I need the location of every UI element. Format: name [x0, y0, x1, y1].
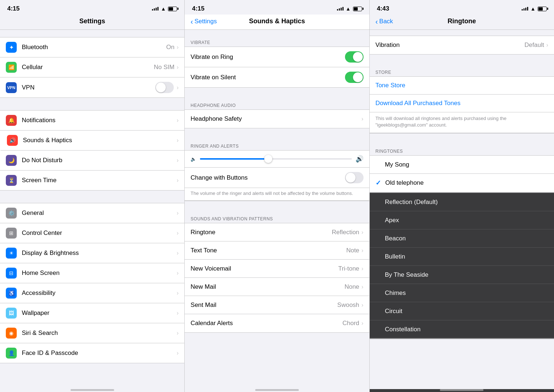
apex-row[interactable]: Apex	[370, 211, 554, 229]
sent-mail-row[interactable]: Sent Mail Swoosh ›	[185, 296, 369, 314]
connectivity-group: ✦ Bluetooth On › 📶 Cellular No SIM › VPN…	[0, 37, 184, 98]
my-song-row[interactable]: My Song	[370, 156, 554, 174]
display-brightness-row[interactable]: ☀ Display & Brightness ›	[0, 243, 184, 263]
text-tone-label: Text Tone	[190, 247, 346, 254]
bluetooth-row[interactable]: ✦ Bluetooth On ›	[0, 37, 184, 57]
reflection-row[interactable]: Reflection (Default)	[370, 193, 554, 211]
notifications-row[interactable]: 🔔 Notifications ›	[0, 111, 184, 131]
volume-slider-row[interactable]: 🔈 🔊	[185, 151, 369, 168]
status-icons-3: ▲	[522, 6, 547, 12]
wallpaper-label: Wallpaper	[22, 309, 177, 317]
signal-icon-2	[337, 7, 344, 11]
ringtones-section-label: RINGTONES	[370, 146, 554, 155]
download-all-link: Download All Purchased Tones	[376, 100, 461, 107]
notifications-label: Notifications	[22, 117, 177, 124]
wallpaper-row[interactable]: 🖼 Wallpaper ›	[0, 303, 184, 323]
nav-header-1: Settings	[0, 15, 184, 30]
vibration-chevron: ›	[546, 42, 548, 48]
new-mail-chevron: ›	[361, 284, 363, 290]
headphone-safety-row[interactable]: Headphone Safety ›	[185, 110, 369, 128]
download-all-row[interactable]: Download All Purchased Tones	[370, 95, 554, 112]
constellation-label: Constellation	[385, 326, 548, 333]
siri-search-row[interactable]: ◉ Siri & Search ›	[0, 323, 184, 343]
change-with-buttons-row[interactable]: Change with Buttons	[185, 168, 369, 188]
vibration-row[interactable]: Vibration Default ›	[370, 36, 554, 54]
volume-high-icon: 🔊	[356, 155, 364, 163]
vpn-row[interactable]: VPN VPN ›	[0, 77, 184, 97]
old-telephone-row[interactable]: ✓ Old telephone	[370, 174, 554, 192]
vibrate-silent-toggle[interactable]	[345, 72, 364, 83]
sounds-list[interactable]: VIBRATE Vibrate on Ring Vibrate on Silen…	[185, 30, 369, 389]
vpn-label: VPN	[22, 84, 155, 91]
text-tone-row[interactable]: Text Tone Note ›	[185, 241, 369, 260]
headphone-safety-chevron: ›	[361, 116, 363, 122]
status-bar-3: 4:43 ▲	[370, 0, 554, 15]
general-row[interactable]: ⚙️ General ›	[0, 203, 184, 223]
home-screen-row[interactable]: ⊟ Home Screen ›	[0, 263, 184, 283]
home-indicator-3	[370, 389, 554, 392]
general-group: ⚙️ General › ⊞ Control Center › ☀ Displa…	[0, 203, 184, 363]
voicemail-chevron: ›	[361, 265, 363, 272]
accessibility-label: Accessibility	[22, 289, 177, 297]
ringtone-list[interactable]: Vibration Default › STORE Tone Store Dow…	[370, 30, 554, 389]
settings-list-1[interactable]: ✦ Bluetooth On › 📶 Cellular No SIM › VPN…	[0, 30, 184, 389]
back-label-3: Back	[379, 18, 393, 25]
cellular-row[interactable]: 📶 Cellular No SIM ›	[0, 57, 184, 77]
volume-slider[interactable]	[200, 158, 352, 160]
change-buttons-toggle[interactable]	[345, 172, 364, 183]
vpn-icon: VPN	[6, 82, 17, 93]
constellation-row[interactable]: Constellation	[370, 320, 554, 339]
new-voicemail-row[interactable]: New Voicemail Tri-tone ›	[185, 260, 369, 278]
notifications-icon: 🔔	[6, 115, 17, 126]
beacon-row[interactable]: Beacon	[370, 229, 554, 248]
checkmark-icon: ✓	[376, 179, 381, 187]
calendar-chevron: ›	[361, 320, 363, 327]
back-label-2: Settings	[194, 18, 217, 25]
nav-header-3: ‹ Back Ringtone	[370, 15, 554, 30]
sounds-icon: 🔊	[7, 135, 18, 146]
sent-mail-value: Swoosh	[337, 301, 359, 309]
circuit-row[interactable]: Circuit	[370, 302, 554, 320]
time-3: 4:43	[377, 5, 389, 12]
display-chevron: ›	[177, 250, 178, 256]
tone-store-row[interactable]: Tone Store	[370, 77, 554, 95]
cellular-label: Cellular	[22, 64, 154, 71]
vpn-toggle[interactable]	[155, 82, 174, 93]
chimes-row[interactable]: Chimes	[370, 284, 554, 302]
back-button-3[interactable]: ‹ Back	[376, 18, 393, 25]
calendar-label: Calendar Alerts	[190, 320, 342, 327]
back-button-2[interactable]: ‹ Settings	[190, 18, 217, 25]
status-icons-1: ▲	[152, 6, 177, 12]
circuit-label: Circuit	[385, 308, 548, 315]
bulletin-row[interactable]: Bulletin	[370, 248, 554, 266]
dnd-chevron: ›	[177, 157, 178, 164]
vibrate-ring-row[interactable]: Vibrate on Ring	[185, 47, 369, 67]
headphone-safety-label: Headphone Safety	[190, 115, 361, 123]
accessibility-chevron: ›	[177, 290, 178, 296]
sounds-haptics-row[interactable]: 🔊 Sounds & Haptics ›	[0, 131, 184, 151]
old-telephone-label: Old telephone	[385, 179, 548, 187]
voicemail-label: New Voicemail	[190, 265, 338, 272]
by-the-seaside-label: By The Seaside	[385, 271, 548, 279]
page-title-3: Ringtone	[447, 17, 476, 25]
vibrate-ring-toggle[interactable]	[345, 51, 364, 63]
face-id-row[interactable]: 👤 Face ID & Passcode ›	[0, 343, 184, 363]
new-mail-row[interactable]: New Mail None ›	[185, 278, 369, 296]
face-id-chevron: ›	[177, 350, 178, 356]
battery-icon-2	[353, 7, 362, 11]
screen1: 4:15 ▲ Settings ✦ Blueto	[0, 0, 184, 392]
accessibility-icon: ♿	[6, 288, 17, 299]
screen-time-row[interactable]: ⏳ Screen Time ›	[0, 171, 184, 190]
control-center-label: Control Center	[22, 229, 177, 237]
ringtone-row[interactable]: Ringtone Reflection ›	[185, 223, 369, 241]
bluetooth-chevron: ›	[177, 44, 178, 51]
by-the-seaside-row[interactable]: By The Seaside	[370, 266, 554, 284]
screen3: 4:43 ▲ ‹ Back Ringtone Vibration	[370, 0, 554, 392]
calendar-alerts-row[interactable]: Calendar Alerts Chord ›	[185, 314, 369, 332]
vibration-group: Vibration Default ›	[370, 36, 554, 55]
do-not-disturb-row[interactable]: 🌙 Do Not Disturb ›	[0, 151, 184, 171]
accessibility-row[interactable]: ♿ Accessibility ›	[0, 283, 184, 303]
control-center-row[interactable]: ⊞ Control Center ›	[0, 223, 184, 243]
calendar-value: Chord	[342, 320, 359, 327]
vibrate-silent-row[interactable]: Vibrate on Silent	[185, 67, 369, 87]
